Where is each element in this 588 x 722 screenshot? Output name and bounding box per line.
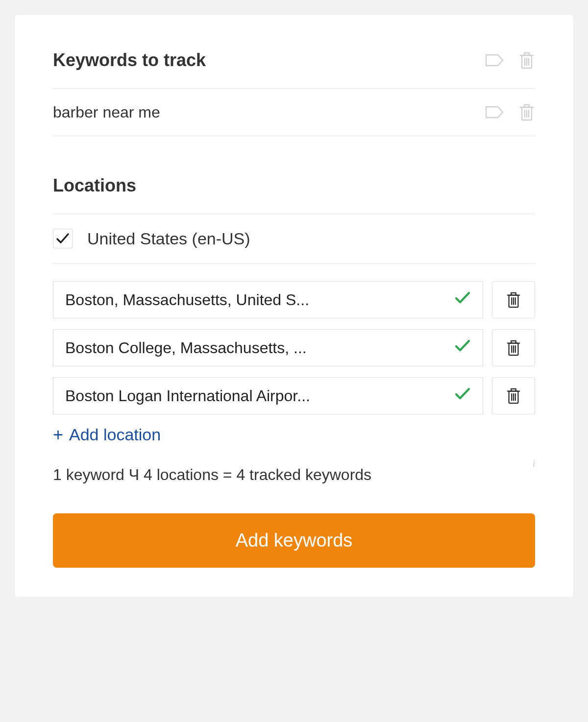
add-keywords-button[interactable]: Add keywords: [53, 513, 535, 568]
delete-location-button[interactable]: [492, 329, 535, 366]
keywords-title: Keywords to track: [53, 50, 206, 71]
keywords-header-row: Keywords to track: [53, 50, 535, 89]
default-location-label: United States (en-US): [87, 229, 250, 248]
add-location-label: Add location: [69, 425, 161, 444]
keyword-row: barber near me: [53, 89, 535, 136]
location-row: Boston College, Massachusetts, ...: [53, 329, 535, 366]
delete-location-button[interactable]: [492, 377, 535, 414]
location-row: Boston, Massachusetts, United S...: [53, 281, 535, 318]
location-text: Boston Logan International Airpor...: [65, 387, 310, 405]
location-text: Boston College, Massachusetts, ...: [65, 339, 307, 357]
check-icon: [454, 290, 471, 309]
check-icon: [454, 338, 471, 357]
summary-text: 1 keyword Ч 4 locations = 4 tracked keyw…: [53, 466, 535, 484]
delete-location-button[interactable]: [492, 281, 535, 318]
location-input[interactable]: Boston College, Massachusetts, ...: [53, 329, 483, 366]
keyword-text: barber near me: [53, 103, 160, 121]
info-icon[interactable]: i: [533, 459, 535, 469]
location-row: Boston Logan International Airpor...: [53, 377, 535, 414]
check-icon: [454, 386, 471, 405]
tag-icon[interactable]: [484, 52, 505, 69]
trash-icon[interactable]: [518, 102, 535, 122]
keywords-locations-card: Keywords to track barber: [15, 15, 573, 597]
add-location-button[interactable]: + Add location: [53, 425, 535, 444]
default-location-row: United States (en-US): [53, 214, 535, 264]
location-input[interactable]: Boston Logan International Airpor...: [53, 377, 483, 414]
default-location-checkbox[interactable]: [53, 229, 73, 248]
tag-icon[interactable]: [484, 104, 505, 120]
trash-icon[interactable]: [518, 50, 535, 70]
location-input[interactable]: Boston, Massachusetts, United S...: [53, 281, 483, 318]
location-list: Boston, Massachusetts, United S... Bosto…: [53, 281, 535, 414]
location-text: Boston, Massachusetts, United S...: [65, 291, 309, 309]
plus-icon: +: [53, 426, 63, 444]
locations-title: Locations: [53, 175, 535, 196]
